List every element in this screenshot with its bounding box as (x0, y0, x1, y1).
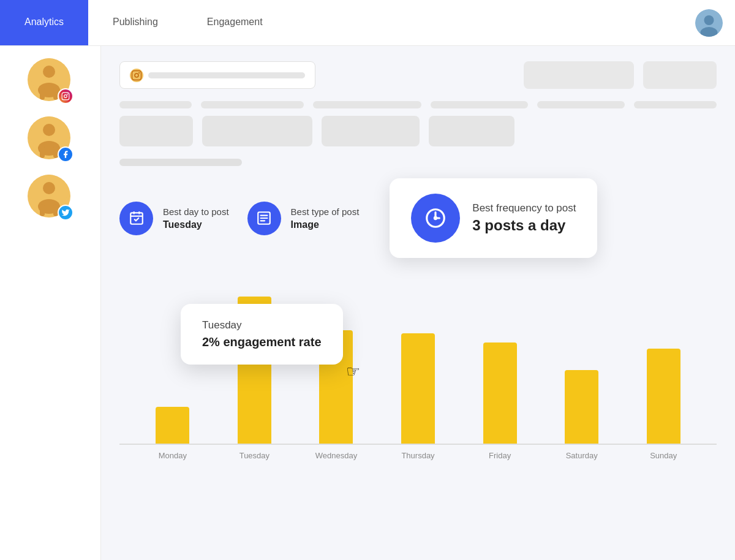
insight-value-best-type: Image (291, 219, 360, 230)
svg-rect-14 (40, 146, 45, 158)
tooltip-stat: 2% engagement rate (202, 335, 322, 349)
svg-rect-20 (53, 204, 58, 216)
account-selector-icon (130, 69, 143, 82)
bar-group-monday[interactable] (132, 407, 214, 444)
tooltip-day: Tuesday (202, 319, 322, 331)
svg-point-9 (64, 95, 67, 98)
tab-publishing[interactable]: Publishing (88, 0, 183, 45)
sidebar-item-facebook[interactable] (28, 116, 74, 162)
svg-point-10 (67, 94, 68, 95)
sidebar-item-instagram[interactable] (28, 58, 74, 104)
post-type-icon-circle (247, 202, 281, 235)
insight-label-best-type: Best type of post (291, 206, 360, 217)
chart-section: Tuesday 2% engagement rate ☞ MondayTuesd… (119, 273, 717, 460)
export-button[interactable] (643, 61, 717, 89)
insight-text-best-day: Best day to post Tuesday (163, 206, 229, 230)
svg-point-4 (43, 66, 55, 78)
bar-thursday (401, 333, 435, 444)
filter-bar (119, 61, 717, 89)
top-nav: Analytics Publishing Engagement (0, 0, 735, 46)
sidebar-item-twitter[interactable] (28, 175, 74, 221)
bar-friday (483, 342, 517, 444)
insight-card-best-frequency: Best frequency to post 3 posts a day (390, 178, 597, 258)
svg-rect-21 (132, 70, 141, 80)
chart-label-thursday: Thursday (377, 451, 459, 460)
insight-text-best-type: Best type of post Image (291, 206, 360, 230)
skeleton-row-1 (119, 101, 717, 108)
account-selector-placeholder (148, 72, 305, 78)
insights-cards: Best day to post Tuesday (119, 178, 717, 258)
chart-label-monday: Monday (132, 451, 214, 460)
skeleton-row-2 (119, 116, 717, 146)
bar-sunday (647, 349, 680, 444)
chart-label-saturday: Saturday (541, 451, 623, 460)
bar-group-thursday[interactable] (377, 333, 459, 444)
svg-point-23 (138, 72, 140, 73)
publishing-tab-label: Publishing (113, 17, 158, 28)
svg-point-1 (704, 15, 714, 25)
svg-rect-8 (62, 93, 69, 100)
bar-group-friday[interactable] (459, 342, 541, 444)
user-avatar[interactable] (695, 9, 723, 37)
insight-value-best-freq: 3 posts a day (472, 217, 576, 234)
calendar-icon-circle (119, 202, 153, 235)
svg-point-12 (43, 124, 55, 136)
svg-rect-24 (130, 213, 143, 224)
content-area: Best day to post Tuesday (101, 46, 735, 560)
bar-saturday (565, 370, 598, 444)
date-filter-dropdown[interactable] (524, 61, 634, 89)
insight-card-best-day: Best day to post Tuesday (119, 202, 247, 235)
chart-labels: MondayTuesdayWednesdayThursdayFridaySatu… (119, 451, 717, 460)
svg-point-17 (43, 182, 55, 194)
chart-label-wednesday: Wednesday (295, 451, 377, 460)
svg-rect-19 (40, 204, 45, 216)
insight-label-best-freq: Best frequency to post (472, 202, 576, 214)
insight-value-best-day: Tuesday (163, 219, 229, 230)
svg-rect-7 (53, 88, 58, 100)
tab-analytics[interactable]: Analytics (0, 0, 88, 45)
insight-card-best-type: Best type of post Image (247, 202, 378, 235)
bar-group-saturday[interactable] (541, 370, 623, 444)
insights-section: Best day to post Tuesday (119, 159, 717, 258)
svg-rect-15 (53, 146, 58, 158)
clock-icon-circle (411, 194, 460, 243)
instagram-badge (58, 88, 74, 104)
facebook-badge (58, 146, 74, 162)
tab-engagement[interactable]: Engagement (183, 0, 287, 45)
bar-group-sunday[interactable] (622, 349, 704, 444)
insight-label-best-day: Best day to post (163, 206, 229, 217)
sidebar (0, 46, 101, 560)
insights-skeleton (119, 159, 242, 166)
twitter-badge (58, 205, 74, 221)
chart-label-tuesday: Tuesday (214, 451, 296, 460)
svg-rect-6 (40, 88, 45, 100)
svg-point-22 (135, 74, 138, 77)
bar-monday (156, 407, 189, 444)
bar-chart-tooltip: Tuesday 2% engagement rate (181, 304, 343, 365)
chart-label-sunday: Sunday (622, 451, 704, 460)
account-selector[interactable] (119, 61, 315, 89)
chart-label-friday: Friday (459, 451, 541, 460)
analytics-tab-label: Analytics (24, 17, 64, 28)
bar-chart: MondayTuesdayWednesdayThursdayFridaySatu… (119, 273, 717, 460)
insight-text-best-freq: Best frequency to post 3 posts a day (472, 202, 576, 234)
main-layout: Best day to post Tuesday (0, 46, 735, 560)
engagement-tab-label: Engagement (207, 17, 263, 28)
cursor-icon: ☞ (346, 362, 360, 381)
